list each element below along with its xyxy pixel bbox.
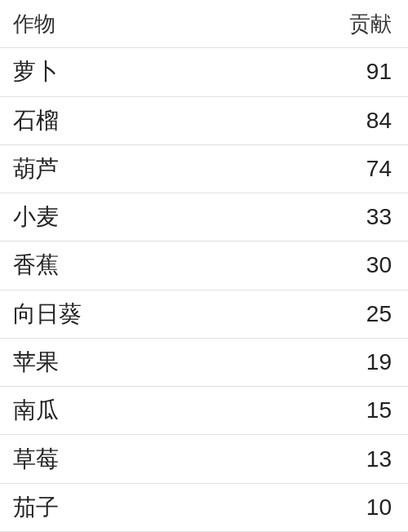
cell-contribution: 74 (204, 156, 408, 182)
cell-contribution: 19 (204, 349, 408, 375)
cell-contribution: 30 (204, 252, 408, 278)
table-row: 萝卜91 (0, 48, 408, 96)
cell-contribution: 84 (204, 108, 408, 134)
cell-crop: 草莓 (0, 444, 204, 475)
cell-crop: 苹果 (0, 347, 204, 378)
table-row: 草莓13 (0, 435, 408, 483)
cell-crop: 茄子 (0, 492, 204, 523)
cell-contribution: 13 (204, 446, 408, 472)
table-row: 向日葵25 (0, 290, 408, 339)
table-row: 葫芦74 (0, 145, 408, 193)
cell-crop: 小麦 (0, 202, 204, 233)
table-header-row: 作物 贡献 (0, 0, 408, 48)
cell-contribution: 15 (204, 397, 408, 423)
table-row: 石榴84 (0, 97, 408, 145)
cell-crop: 萝卜 (0, 56, 204, 87)
cell-crop: 南瓜 (0, 395, 204, 426)
table-row: 香蕉30 (0, 242, 408, 290)
table-row: 小麦33 (0, 193, 408, 242)
header-crop: 作物 (0, 10, 204, 38)
cell-contribution: 25 (204, 301, 408, 327)
table-row: 茄子10 (0, 484, 408, 532)
table-row: 苹果19 (0, 339, 408, 387)
cell-contribution: 10 (204, 494, 408, 521)
header-contribution: 贡献 (204, 10, 408, 38)
cell-crop: 向日葵 (0, 299, 204, 330)
cell-crop: 石榴 (0, 105, 204, 136)
cell-crop: 香蕉 (0, 250, 204, 281)
data-table: 作物 贡献 萝卜91石榴84葫芦74小麦33香蕉30向日葵25苹果19南瓜15草… (0, 0, 408, 532)
cell-crop: 葫芦 (0, 153, 204, 184)
table-row: 南瓜15 (0, 387, 408, 435)
cell-contribution: 33 (204, 204, 408, 230)
cell-contribution: 91 (204, 59, 408, 85)
